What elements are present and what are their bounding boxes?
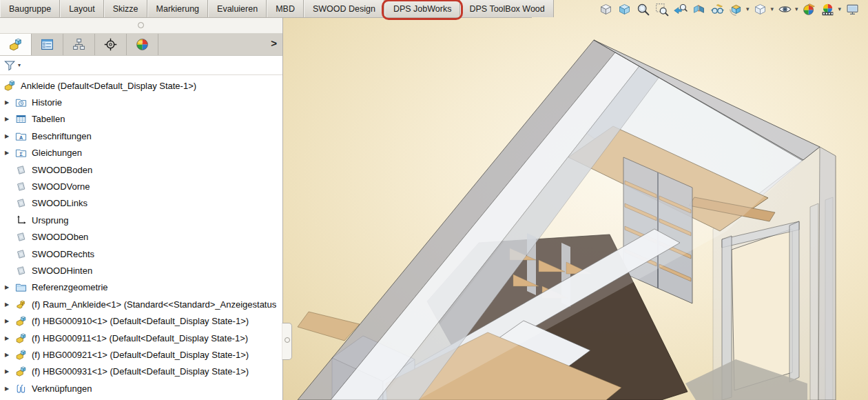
- panel-splitter-handle[interactable]: [282, 323, 292, 360]
- expand-arrow-icon[interactable]: ▶: [5, 318, 15, 324]
- view-settings-icon[interactable]: [845, 2, 860, 17]
- feature-tree: Ankleide (Default<Default_Display State-…: [0, 75, 282, 400]
- expand-arrow-icon[interactable]: ▶: [5, 352, 15, 358]
- section-view-icon[interactable]: [692, 2, 706, 17]
- tree-item-label: SWOODHinten: [32, 266, 92, 276]
- origin-icon: [15, 214, 27, 226]
- plane-icon: [15, 231, 27, 243]
- annotation-view-icon: [710, 2, 725, 17]
- tree-item-label: (f) HBG000931<1> (Default<Default_Displa…: [32, 366, 249, 377]
- tree-item-swoodlinks[interactable]: SWOODLinks: [0, 195, 282, 212]
- tree-item-referenzgeometrie[interactable]: ▶Referenzgeometrie: [0, 279, 282, 296]
- tab-skizze[interactable]: Skizze: [104, 0, 147, 17]
- tab-dps-jobworks[interactable]: DPS JobWorks: [384, 0, 461, 17]
- tab-evaluieren[interactable]: Evaluieren: [208, 0, 267, 17]
- dropdown-caret-icon[interactable]: ▾: [838, 6, 841, 12]
- displaymanager-tab[interactable]: [127, 34, 158, 55]
- propertymanager-tab[interactable]: [32, 34, 63, 55]
- tree-item-swoodhinten[interactable]: SWOODHinten: [0, 262, 282, 279]
- graphics-viewport[interactable]: ▾▾▾▾: [282, 0, 868, 400]
- tab-layout[interactable]: Layout: [60, 0, 104, 17]
- tree-item-label: SWOODOben: [32, 232, 88, 242]
- hide-show-icon[interactable]: [778, 2, 792, 17]
- tree-item-f-raum-ankleide-1-standard-stand[interactable]: ▶(f) Raum_Ankleide<1> (Standard<<Standar…: [0, 296, 282, 312]
- expand-arrow-icon[interactable]: ▶: [5, 368, 15, 374]
- tree-item-swoodboden[interactable]: SWOODBoden: [0, 161, 282, 178]
- tree-item-f-hbg000911-1-default-default-di[interactable]: ▶(f) HBG000911<1> (Default<Default_Displ…: [0, 330, 282, 346]
- annotation-view-icon[interactable]: [710, 2, 725, 17]
- tree-item-f-hbg000910-1-default-default-di[interactable]: ▶(f) HBG000910<1> (Default<Default_Displ…: [0, 312, 282, 329]
- tree-item-swoodvorne[interactable]: SWOODVorne: [0, 178, 282, 194]
- view-orientation-icon[interactable]: [729, 2, 743, 17]
- dimxpertmanager-tab[interactable]: [95, 34, 127, 55]
- equations-folder-icon: [15, 147, 27, 159]
- tab-mbd[interactable]: MBD: [267, 0, 304, 17]
- tree-item-verknüpfungen[interactable]: ▶Verknüpfungen: [0, 380, 282, 397]
- configurationmanager-tab[interactable]: [63, 34, 95, 55]
- tab-markierung[interactable]: Markierung: [147, 0, 209, 17]
- dropdown-caret-icon[interactable]: ▾: [746, 6, 750, 12]
- tab-swood-design[interactable]: SWOOD Design: [304, 0, 384, 17]
- apply-scene-icon[interactable]: [820, 2, 835, 17]
- plane-icon: [15, 248, 27, 260]
- expand-arrow-icon[interactable]: ▶: [5, 133, 15, 139]
- expand-arrow-icon[interactable]: ▶: [5, 116, 15, 122]
- panel-tabs-overflow-chevron-icon[interactable]: >: [271, 37, 277, 49]
- plane-icon: [15, 164, 27, 176]
- tab-baugruppe[interactable]: Baugruppe: [0, 0, 60, 17]
- tree-item-item[interactable]: [0, 397, 282, 400]
- tree-item-label: SWOODBoden: [32, 165, 92, 175]
- previous-view-icon: [673, 2, 688, 17]
- apply-scene-icon: [820, 2, 835, 17]
- filter-funnel-icon[interactable]: [3, 59, 17, 72]
- dropdown-caret-icon[interactable]: ▾: [770, 6, 774, 12]
- tree-item-beschriftungen[interactable]: ▶Beschriftungen: [0, 128, 282, 144]
- filter-dropdown-caret[interactable]: ▾: [18, 62, 21, 68]
- feature-manager-panel: > ▾ Ankleide (Default<Default_Display St…: [0, 17, 283, 400]
- shaded-cube-icon[interactable]: [617, 2, 632, 17]
- expand-arrow-icon[interactable]: ▶: [5, 99, 15, 106]
- tree-item-label: Historie: [32, 97, 62, 108]
- tree-item-label: SWOODVorne: [32, 181, 90, 192]
- plane-icon: [15, 181, 27, 192]
- panel-tab-bar: >: [0, 34, 282, 56]
- zoom-fit-cube-icon: [599, 2, 613, 17]
- mates-icon: [15, 383, 27, 394]
- part-icon: [15, 299, 27, 310]
- tree-item-label: Ankleide (Default<Default_Display State-…: [21, 81, 196, 91]
- expand-arrow-icon[interactable]: ▶: [5, 284, 15, 290]
- tree-item-f-hbg000921-1-default-default-di[interactable]: ▶(f) HBG000921<1> (Default<Default_Displ…: [0, 346, 282, 363]
- tree-item-ankleide-default-default-display[interactable]: Ankleide (Default<Default_Display State-…: [0, 77, 282, 94]
- zoom-icon[interactable]: [636, 2, 650, 17]
- zoom-fit-cube-icon[interactable]: [599, 2, 613, 17]
- zoom-area-icon[interactable]: [654, 2, 669, 17]
- tree-item-label: (f) HBG000911<1> (Default<Default_Displa…: [32, 333, 248, 343]
- tree-item-gleichungen[interactable]: ▶Gleichungen: [0, 145, 282, 161]
- annotations-folder-icon: [15, 130, 27, 142]
- panel-top-splitter[interactable]: [0, 17, 282, 34]
- expand-arrow-icon[interactable]: ▶: [5, 150, 15, 156]
- tree-item-f-hbg000931-1-default-default-di[interactable]: ▶(f) HBG000931<1> (Default<Default_Displ…: [0, 363, 282, 380]
- expand-arrow-icon[interactable]: ▶: [5, 335, 15, 341]
- expand-arrow-icon[interactable]: ▶: [5, 386, 15, 392]
- featuremanager-tab[interactable]: [0, 34, 32, 55]
- tables-icon: [15, 113, 27, 125]
- previous-view-icon[interactable]: [673, 2, 688, 17]
- display-style-icon[interactable]: [753, 2, 767, 17]
- view-settings-icon: [845, 2, 860, 17]
- folder-icon: [15, 281, 27, 293]
- expand-arrow-icon[interactable]: ▶: [5, 301, 15, 308]
- tree-item-ursprung[interactable]: Ursprung: [0, 212, 282, 228]
- tree-item-historie[interactable]: ▶Historie: [0, 94, 282, 110]
- tab-dps-toolbox-wood[interactable]: DPS ToolBox Wood: [460, 0, 553, 17]
- splitter-grip-icon[interactable]: [138, 22, 144, 28]
- tree-item-swoodrechts[interactable]: SWOODRechts: [0, 246, 282, 262]
- 3d-room-scene[interactable]: [282, 0, 868, 400]
- tree-item-tabellen[interactable]: ▶Tabellen: [0, 111, 282, 128]
- tree-item-label: Gleichungen: [32, 148, 82, 158]
- dropdown-caret-icon[interactable]: ▾: [795, 6, 798, 12]
- zoom-icon: [636, 2, 650, 17]
- tree-item-swoodoben[interactable]: SWOODOben: [0, 229, 282, 246]
- assembly-icon: [3, 79, 16, 92]
- edit-appearance-icon[interactable]: [802, 2, 816, 17]
